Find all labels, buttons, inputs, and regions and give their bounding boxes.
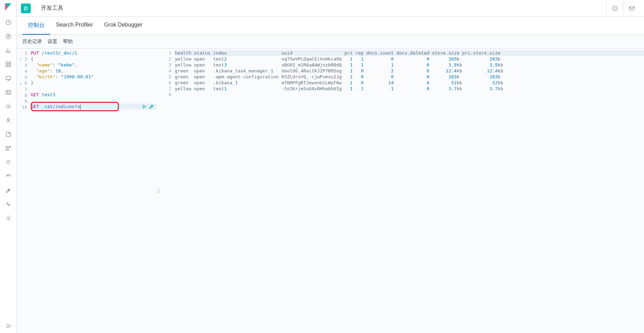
nav-collapse-icon[interactable] — [0, 319, 17, 333]
request-code[interactable]: PUT /test3/_doc/1{ "name": "keke", "age"… — [31, 49, 157, 333]
svg-rect-2 — [6, 62, 8, 64]
tab-console[interactable]: 控制台 — [22, 17, 50, 35]
nav-canvas-icon[interactable] — [0, 71, 17, 85]
page-title: 开发工具 — [41, 5, 63, 12]
response-viewer: 12345678 health status index uuid pri re… — [161, 49, 644, 333]
nav-monitoring-icon[interactable] — [0, 197, 17, 211]
nav-logs-icon[interactable] — [0, 127, 17, 141]
space-badge[interactable]: D — [21, 3, 31, 13]
svg-point-8 — [7, 106, 9, 107]
svg-point-1 — [6, 34, 11, 39]
svg-point-14 — [614, 7, 616, 9]
nav-management-icon[interactable] — [0, 211, 17, 225]
kibana-logo[interactable] — [4, 3, 13, 11]
request-gutter: 1▾ 2345▴ 678910 — [17, 49, 31, 333]
svg-rect-4 — [6, 65, 8, 67]
response-gutter: 12345678 — [161, 49, 175, 333]
nav-dashboard-icon[interactable] — [0, 57, 17, 71]
svg-point-9 — [7, 118, 9, 120]
nav-sidebar — [0, 0, 17, 333]
request-options-icon[interactable] — [149, 104, 154, 109]
tab-grok-debugger[interactable]: Grok Debugger — [99, 17, 148, 35]
nav-discover-icon[interactable] — [0, 29, 17, 43]
run-request-icon[interactable] — [142, 104, 147, 109]
nav-ml-icon[interactable] — [0, 99, 17, 113]
request-editor[interactable]: 1▾ 2345▴ 678910 PUT /test3/_doc/1{ "name… — [17, 49, 157, 333]
svg-rect-5 — [9, 65, 10, 67]
svg-point-18 — [158, 191, 158, 191]
newsfeed-button[interactable] — [606, 0, 623, 17]
nav-visualize-icon[interactable] — [0, 43, 17, 57]
nav-maps-icon[interactable] — [0, 85, 17, 99]
nav-infra-icon[interactable] — [0, 113, 17, 127]
svg-rect-15 — [629, 6, 634, 10]
header: D 开发工具 — [17, 0, 644, 17]
svg-point-13 — [613, 6, 617, 11]
svg-point-20 — [158, 192, 158, 193]
svg-point-19 — [159, 191, 160, 191]
svg-point-17 — [159, 189, 160, 190]
nav-siem-icon[interactable] — [0, 169, 17, 183]
svg-rect-10 — [6, 147, 11, 148]
sub-toolbar: 历史记录 设置 帮助 — [17, 35, 644, 49]
pane-resize-handle[interactable] — [157, 49, 161, 333]
header-divider — [35, 4, 35, 13]
svg-rect-3 — [9, 62, 10, 64]
tab-search-profiler[interactable]: Search Profiler — [50, 17, 99, 35]
tabs: 控制台 Search Profiler Grok Debugger — [17, 17, 644, 35]
help-link[interactable]: 帮助 — [63, 38, 73, 45]
svg-point-16 — [158, 189, 158, 190]
svg-point-12 — [7, 218, 9, 219]
settings-link[interactable]: 设置 — [48, 38, 57, 45]
nav-devtools-icon[interactable] — [0, 183, 17, 197]
svg-rect-11 — [6, 149, 9, 150]
nav-uptime-icon[interactable] — [0, 155, 17, 169]
response-output[interactable]: health status index uuid pri rep docs.co… — [175, 49, 644, 333]
nav-recently-viewed-icon[interactable] — [0, 15, 17, 29]
svg-point-21 — [159, 192, 160, 193]
mail-button[interactable] — [623, 0, 640, 17]
editor-area: 1▾ 2345▴ 678910 PUT /test3/_doc/1{ "name… — [17, 49, 644, 333]
history-link[interactable]: 历史记录 — [22, 38, 42, 45]
nav-apm-icon[interactable] — [0, 141, 17, 155]
svg-rect-6 — [6, 76, 11, 79]
svg-point-7 — [6, 104, 11, 109]
